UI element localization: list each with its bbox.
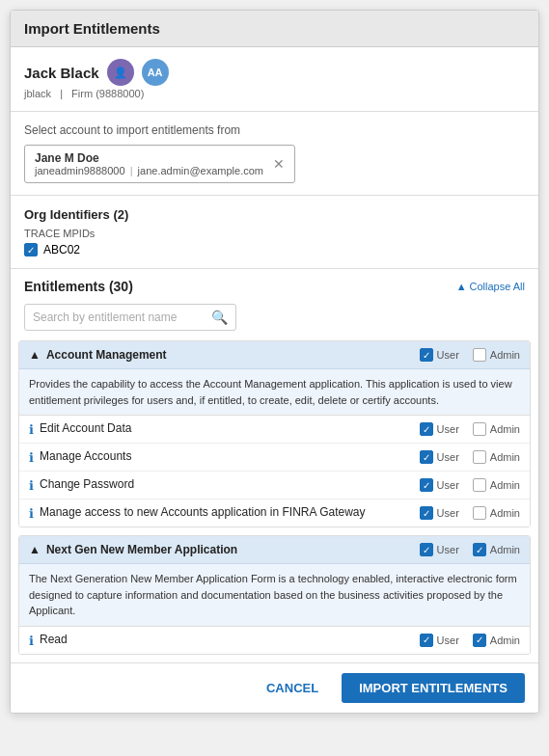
group-name-account-management: Account Management <box>46 348 167 362</box>
chevron-up-icon: ▲ <box>456 281 467 292</box>
trace-label: TRACE MPIDs <box>24 228 525 239</box>
chevron-down-icon: ▲ <box>29 348 41 362</box>
info-icon: ℹ <box>29 450 34 465</box>
account-chip-info: Jane M Doe janeadmin9888000 | jane.admin… <box>35 151 263 176</box>
item-admin-checkbox[interactable] <box>473 422 486 436</box>
group-admin-text: Admin <box>490 349 520 361</box>
entitlement-label: Change Password <box>40 477 134 491</box>
group-admin-label[interactable]: Admin <box>473 348 520 362</box>
user-sub-info: jblack | Firm (9888000) <box>24 88 525 99</box>
entitlements-header: Entitlements (30) ▲ Collapse All <box>11 269 538 300</box>
item-user-label[interactable]: ✓ User <box>420 478 459 492</box>
user-avatar-aa: AA <box>142 59 169 86</box>
cancel-button[interactable]: CANCEL <box>253 673 332 703</box>
entitlements-section: Entitlements (30) ▲ Collapse All Search … <box>11 269 538 655</box>
user-avatar-icon: 👤 <box>107 59 134 86</box>
item-user-checkbox[interactable]: ✓ <box>420 506 433 520</box>
search-icon: 🔍 <box>211 310 228 325</box>
group-user-label[interactable]: ✓ User <box>420 348 459 362</box>
user-username: jblack <box>24 88 51 99</box>
account-detail: janeadmin9888000 | jane.admin@example.co… <box>35 165 263 176</box>
group-user-label[interactable]: ✓ User <box>420 543 459 556</box>
group-user-checkbox[interactable]: ✓ <box>420 543 433 556</box>
item-user-label[interactable]: ✓ User <box>420 506 459 520</box>
entitlement-label: Manage Accounts <box>40 449 131 463</box>
user-separator: | <box>60 88 63 99</box>
account-id: janeadmin9888000 <box>35 165 125 176</box>
import-button[interactable]: IMPORT ENTITLEMENTS <box>342 673 525 703</box>
search-box[interactable]: Search by entitlement name 🔍 <box>24 304 236 331</box>
search-row: Search by entitlement name 🔍 <box>11 300 538 340</box>
account-section: Select account to import entitlements fr… <box>11 112 538 196</box>
group-desc-account-management: Provides the capability to access the Ac… <box>19 369 530 416</box>
modal-footer: CANCEL IMPORT ENTITLEMENTS <box>11 662 538 713</box>
entitlement-label: Manage access to new Accounts applicatio… <box>40 505 366 519</box>
group-account-management: ▲ Account Management ✓ User Admin Provid… <box>18 340 531 527</box>
item-user-checkbox[interactable]: ✓ <box>420 422 433 436</box>
user-row: Jack Black 👤 AA <box>24 59 525 86</box>
entitlement-row: ℹ Change Password ✓ User Admin <box>19 472 530 500</box>
org-identifier-value: ABC02 <box>43 243 80 256</box>
item-user-checkbox[interactable]: ✓ <box>420 634 433 647</box>
account-email: jane.admin@example.com <box>138 165 263 176</box>
item-user-checkbox[interactable]: ✓ <box>420 450 433 464</box>
user-firm: Firm (9888000) <box>71 88 144 99</box>
item-admin-label[interactable]: Admin <box>473 422 520 436</box>
group-next-gen: ▲ Next Gen New Member Application ✓ User… <box>18 535 531 655</box>
account-section-label: Select account to import entitlements fr… <box>24 123 525 137</box>
group-admin-checkbox[interactable] <box>473 348 486 362</box>
item-admin-label[interactable]: Admin <box>473 450 520 464</box>
org-label: Org Identifiers (2) <box>24 207 525 222</box>
search-placeholder: Search by entitlement name <box>33 310 177 324</box>
item-admin-label[interactable]: ✓ Admin <box>473 634 520 647</box>
org-section: Org Identifiers (2) TRACE MPIDs ✓ ABC02 <box>11 196 538 269</box>
entitlement-label: Edit Account Data <box>40 421 131 435</box>
group-user-text: User <box>437 349 459 361</box>
info-icon: ℹ <box>29 422 34 437</box>
info-icon: ℹ <box>29 506 34 521</box>
item-admin-label[interactable]: Admin <box>473 478 520 492</box>
collapse-all-button[interactable]: ▲ Collapse All <box>456 281 525 292</box>
item-user-checkbox[interactable]: ✓ <box>420 478 433 492</box>
group-admin-label[interactable]: ✓ Admin <box>473 543 520 556</box>
modal-header: Import Entitlements <box>11 11 538 47</box>
account-chip[interactable]: Jane M Doe janeadmin9888000 | jane.admin… <box>24 145 295 183</box>
item-user-label[interactable]: ✓ User <box>420 634 459 647</box>
user-name: Jack Black <box>24 65 99 81</box>
group-header-next-gen: ▲ Next Gen New Member Application ✓ User… <box>19 536 530 564</box>
entitlement-row: ℹ Read ✓ User ✓ Admin <box>19 627 530 654</box>
group-desc-next-gen: The Next Generation New Member Applicati… <box>19 564 530 627</box>
remove-account-button[interactable]: ✕ <box>273 157 285 171</box>
collapse-all-label: Collapse All <box>470 281 525 292</box>
entitlement-row: ℹ Manage Accounts ✓ User Admin <box>19 444 530 472</box>
entitlement-row: ℹ Manage access to new Accounts applicat… <box>19 500 530 526</box>
chevron-down-icon: ▲ <box>29 543 41 556</box>
entitlement-row: ℹ Edit Account Data ✓ User Admin <box>19 416 530 444</box>
info-icon: ℹ <box>29 478 34 493</box>
info-icon: ℹ <box>29 634 34 648</box>
item-admin-checkbox[interactable] <box>473 506 486 520</box>
group-admin-checkbox[interactable]: ✓ <box>473 543 486 556</box>
group-header-account-management: ▲ Account Management ✓ User Admin <box>19 341 530 369</box>
item-admin-checkbox[interactable] <box>473 450 486 464</box>
org-identifier-row: ✓ ABC02 <box>24 243 525 256</box>
import-entitlements-modal: Import Entitlements Jack Black 👤 AA jbla… <box>10 10 539 714</box>
account-name: Jane M Doe <box>35 151 263 165</box>
modal-title: Import Entitlements <box>24 20 160 37</box>
group-name-next-gen: Next Gen New Member Application <box>46 543 237 556</box>
org-identifier-checkbox[interactable]: ✓ <box>24 243 38 256</box>
user-section: Jack Black 👤 AA jblack | Firm (9888000) <box>11 47 538 112</box>
item-admin-label[interactable]: Admin <box>473 506 520 520</box>
item-user-label[interactable]: ✓ User <box>420 422 459 436</box>
group-user-checkbox[interactable]: ✓ <box>420 348 433 362</box>
item-user-label[interactable]: ✓ User <box>420 450 459 464</box>
item-admin-checkbox[interactable] <box>473 478 486 492</box>
entitlement-label: Read <box>40 633 68 646</box>
entitlements-title: Entitlements (30) <box>24 279 133 294</box>
item-admin-checkbox[interactable]: ✓ <box>473 634 486 647</box>
